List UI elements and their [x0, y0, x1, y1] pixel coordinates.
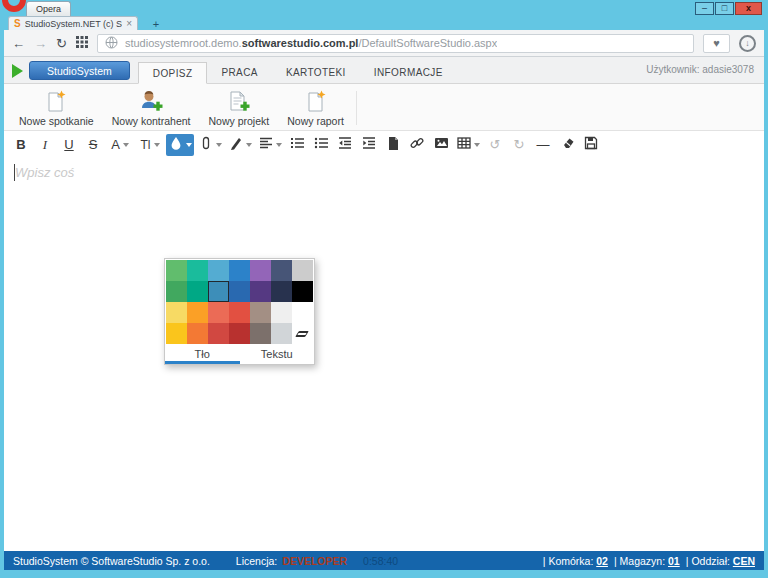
- chevron-down-icon: [123, 143, 129, 147]
- ribbon-separator: [356, 91, 357, 125]
- undo-button[interactable]: ↺: [484, 134, 506, 156]
- color-swatch[interactable]: [187, 260, 208, 281]
- editor-area[interactable]: Wpisz coś Tło Tekstu: [4, 158, 764, 551]
- new-document-icon: [44, 89, 68, 113]
- color-swatch[interactable]: [229, 260, 250, 281]
- bold-label: B: [16, 137, 25, 152]
- status-cell-value[interactable]: 01: [668, 555, 680, 567]
- menu-tab-dopisz[interactable]: DOPISZ: [138, 62, 208, 84]
- insert-file-button[interactable]: [382, 134, 404, 156]
- indent-button[interactable]: [358, 134, 380, 156]
- downloads-icon[interactable]: ↓: [739, 35, 756, 52]
- redo-button[interactable]: ↻: [508, 134, 530, 156]
- forward-icon[interactable]: →: [34, 37, 47, 50]
- font-format-button[interactable]: A: [106, 134, 134, 156]
- strikethrough-label: S: [89, 137, 98, 152]
- new-project-button[interactable]: Nowy projekt: [200, 87, 279, 129]
- color-swatch[interactable]: [271, 302, 292, 323]
- chevron-down-icon: [246, 143, 252, 147]
- strikethrough-button[interactable]: S: [82, 134, 104, 156]
- copyright-text: StudioSystem © SoftwareStudio Sp. z o.o.: [13, 555, 210, 567]
- new-tab-button[interactable]: +: [147, 17, 165, 30]
- browser-tab[interactable]: S StudioSystem.NET (c) Soft ×: [8, 16, 138, 30]
- address-bar[interactable]: studiosystemroot.demo.softwarestudio.com…: [97, 34, 694, 53]
- minimize-button[interactable]: –: [695, 2, 714, 15]
- color-swatch[interactable]: [208, 281, 229, 302]
- add-document-icon: [227, 89, 251, 113]
- color-swatch[interactable]: [187, 302, 208, 323]
- color-swatch[interactable]: [250, 323, 271, 344]
- play-icon[interactable]: [12, 64, 23, 78]
- bookmark-heart-button[interactable]: ♥: [703, 34, 730, 53]
- color-swatch[interactable]: [250, 281, 271, 302]
- reload-icon[interactable]: ↻: [56, 37, 67, 50]
- unordered-list-button[interactable]: [310, 134, 332, 156]
- color-swatch[interactable]: [271, 323, 292, 344]
- menu-tab-informacje[interactable]: INFORMACJE: [360, 61, 457, 83]
- text-color-tab[interactable]: Tekstu: [240, 345, 315, 363]
- tab-close-icon[interactable]: ×: [126, 19, 132, 29]
- url-path: /DefaultSoftwareStudio.aspx: [358, 37, 497, 49]
- color-swatch[interactable]: [292, 302, 313, 323]
- maximize-button[interactable]: □: [715, 2, 734, 15]
- ribbon-button-label: Nowy raport: [287, 115, 344, 127]
- insert-link-button[interactable]: [406, 134, 428, 156]
- color-swatch[interactable]: [229, 323, 250, 344]
- new-meeting-button[interactable]: Nowe spotkanie: [10, 87, 103, 129]
- user-label: Użytkownik: adasie3078: [646, 64, 754, 75]
- outdent-button[interactable]: [334, 134, 356, 156]
- color-swatch[interactable]: [271, 281, 292, 302]
- horizontal-rule-button[interactable]: —: [532, 134, 554, 156]
- status-cell-value[interactable]: 02: [596, 555, 608, 567]
- paragraph-format-button[interactable]: Tl: [136, 134, 164, 156]
- app-menu-bar: StudioSystem DOPISZ PRACA KARTOTEKI INFO…: [4, 57, 764, 84]
- ordered-list-button[interactable]: [286, 134, 308, 156]
- font-format-label: A: [111, 137, 120, 152]
- clear-formatting-button[interactable]: [556, 134, 578, 156]
- color-grid: [165, 259, 314, 345]
- color-swatch[interactable]: [166, 281, 187, 302]
- save-button[interactable]: [580, 134, 602, 156]
- back-icon[interactable]: ←: [12, 37, 25, 50]
- color-swatch[interactable]: [229, 281, 250, 302]
- color-swatch[interactable]: [250, 302, 271, 323]
- status-cell-value[interactable]: CEN: [733, 555, 755, 567]
- align-button[interactable]: [256, 134, 284, 156]
- color-swatch[interactable]: [166, 323, 187, 344]
- tab-strip: S StudioSystem.NET (c) Soft × +: [4, 16, 764, 30]
- color-swatch[interactable]: [166, 302, 187, 323]
- status-cell-label: Oddział:: [691, 555, 730, 567]
- remove-color-swatch[interactable]: [292, 323, 313, 344]
- studiosystem-home-button[interactable]: StudioSystem: [29, 61, 130, 80]
- color-swatch[interactable]: [292, 260, 313, 281]
- color-swatch[interactable]: [208, 323, 229, 344]
- color-swatch[interactable]: [229, 302, 250, 323]
- color-swatch[interactable]: [208, 302, 229, 323]
- color-swatch[interactable]: [271, 260, 292, 281]
- text-style-button[interactable]: [196, 134, 224, 156]
- underline-button[interactable]: U: [58, 134, 80, 156]
- speed-dial-icon[interactable]: [76, 34, 88, 52]
- insert-table-button[interactable]: [454, 134, 482, 156]
- color-swatch[interactable]: [208, 260, 229, 281]
- menu-tab-praca[interactable]: PRACA: [207, 61, 271, 83]
- color-swatch[interactable]: [292, 281, 313, 302]
- close-button[interactable]: x: [735, 2, 762, 15]
- color-swatch[interactable]: [187, 323, 208, 344]
- background-color-button[interactable]: [166, 134, 194, 156]
- color-swatch[interactable]: [250, 260, 271, 281]
- tab-title: StudioSystem.NET (c) Soft: [25, 19, 122, 29]
- color-swatch[interactable]: [166, 260, 187, 281]
- bold-button[interactable]: B: [10, 134, 32, 156]
- new-contractor-button[interactable]: Nowy kontrahent: [103, 87, 200, 129]
- color-swatch[interactable]: [187, 281, 208, 302]
- status-cell-komorka: Komórka: 02: [543, 555, 608, 567]
- italic-button[interactable]: I: [34, 134, 56, 156]
- new-report-button[interactable]: Nowy raport: [278, 87, 353, 129]
- paint-format-button[interactable]: [226, 134, 254, 156]
- insert-image-button[interactable]: [430, 134, 452, 156]
- opera-menu-button[interactable]: Opera: [26, 1, 71, 16]
- status-bar: StudioSystem © SoftwareStudio Sp. z o.o.…: [4, 551, 764, 570]
- align-left-icon: [259, 136, 273, 153]
- menu-tab-kartoteki[interactable]: KARTOTEKI: [272, 61, 360, 83]
